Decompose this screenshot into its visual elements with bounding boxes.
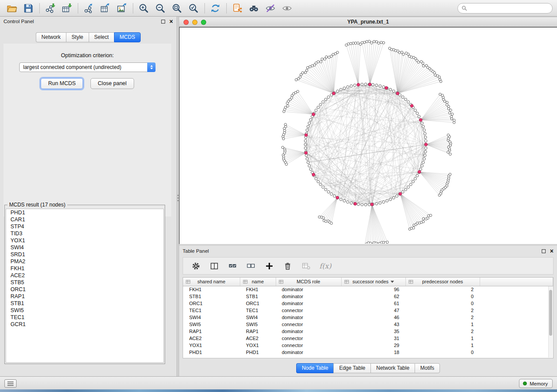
table-row[interactable]: TEC1TEC1connector472 <box>183 307 553 314</box>
result-node[interactable]: STP4 <box>6 223 163 230</box>
result-node[interactable]: SRD1 <box>6 251 163 258</box>
close-panel-button[interactable]: Close panel <box>90 78 134 89</box>
table-scrollbar[interactable] <box>548 286 553 358</box>
column-header-successor-nodes[interactable]: successor nodes <box>341 278 405 286</box>
import-network-icon[interactable] <box>44 2 57 14</box>
zoom-selected-icon[interactable] <box>187 2 200 14</box>
hide-columns-icon[interactable] <box>299 260 312 272</box>
result-node[interactable]: GCR1 <box>6 321 163 328</box>
mcds-button-row: Run MCDS Close panel <box>3 78 171 89</box>
tab-style[interactable]: Style <box>66 32 89 42</box>
maximize-window-icon[interactable] <box>201 20 206 25</box>
result-node[interactable]: ORC1 <box>6 286 163 293</box>
table-scrollbar-thumb[interactable] <box>549 290 552 336</box>
table-cell: 2 <box>405 314 480 321</box>
zoom-fit-icon[interactable] <box>170 2 183 14</box>
table-row[interactable]: RAP1RAP1dominator352 <box>183 328 553 335</box>
node-table-wrap: shared namenameMCDS rolesuccessor nodesp… <box>183 277 554 358</box>
function-builder-icon[interactable]: f(x) <box>319 262 331 270</box>
close-window-icon[interactable] <box>183 20 189 25</box>
search-network-icon[interactable] <box>247 2 260 14</box>
tab-network-table[interactable]: Network Table <box>370 363 415 373</box>
result-node[interactable]: FKH1 <box>6 265 163 272</box>
table-cell: connector <box>276 342 341 349</box>
panel-menu-button[interactable] <box>4 379 17 388</box>
deselect-all-icon[interactable] <box>244 260 257 272</box>
close-table-panel-icon[interactable]: × <box>550 248 554 254</box>
result-node[interactable]: TID3 <box>6 230 163 237</box>
tab-mcds[interactable]: MCDS <box>114 32 141 42</box>
open-icon[interactable] <box>5 2 18 14</box>
network-window-titlebar[interactable]: YPA_prune.txt_1 <box>179 17 557 27</box>
export-table-icon[interactable] <box>99 2 112 14</box>
show-hide-panels-icon[interactable] <box>280 2 294 14</box>
table-panel: Table Panel × f(x) shared namenameMCDS r… <box>179 246 557 376</box>
zoom-in-icon[interactable] <box>137 2 150 14</box>
result-node[interactable]: SWI4 <box>6 244 163 251</box>
split-columns-icon[interactable] <box>208 260 221 272</box>
result-node[interactable]: ACE2 <box>6 272 163 279</box>
result-node[interactable]: STB5 <box>6 279 163 286</box>
export-network-icon[interactable] <box>82 2 95 14</box>
network-nodes[interactable] <box>281 40 455 244</box>
optimization-dropdown[interactable]: largest connected component (undirected) <box>19 62 156 72</box>
result-node[interactable]: PMA2 <box>6 258 163 265</box>
share-document-icon[interactable] <box>231 2 244 14</box>
close-panel-icon[interactable]: × <box>170 19 173 24</box>
refresh-icon[interactable] <box>209 2 222 14</box>
main-toolbar-icons <box>5 2 297 14</box>
table-cell: 2 <box>405 307 480 314</box>
table-cell: dominator <box>276 293 341 300</box>
table-row[interactable]: YOX1YOX1connector291 <box>183 342 553 349</box>
result-node[interactable]: RAP1 <box>6 293 163 300</box>
table-cell-filler <box>480 307 553 314</box>
result-node[interactable]: STB1 <box>6 300 163 307</box>
table-row[interactable]: SWI4SWI4dominator462 <box>183 314 553 321</box>
search-input[interactable] <box>470 5 548 11</box>
memory-button[interactable]: Memory <box>519 379 553 388</box>
search-field[interactable] <box>457 3 553 14</box>
export-image-icon[interactable] <box>115 2 128 14</box>
sort-indicator-icon <box>391 281 394 283</box>
run-mcds-button[interactable]: Run MCDS <box>41 78 83 89</box>
network-graph[interactable] <box>180 28 557 244</box>
splitter-grip-icon[interactable] <box>177 195 179 196</box>
add-icon[interactable] <box>263 260 276 272</box>
tab-motifs[interactable]: Motifs <box>415 363 440 373</box>
import-table-icon[interactable] <box>60 2 73 14</box>
tab-network[interactable]: Network <box>36 32 66 42</box>
table-cell: 1 <box>405 321 480 328</box>
tab-node-table[interactable]: Node Table <box>296 363 334 373</box>
save-icon[interactable] <box>22 2 35 14</box>
tab-select[interactable]: Select <box>89 32 114 42</box>
table-row[interactable]: ORC1ORC1dominator610 <box>183 300 553 307</box>
table-cell: SWI4 <box>240 314 276 321</box>
network-canvas[interactable] <box>179 27 557 244</box>
minimize-window-icon[interactable] <box>192 20 197 25</box>
zoom-out-icon[interactable] <box>154 2 167 14</box>
optimization-dropdown-value: largest connected component (undirected) <box>20 64 147 70</box>
table-row[interactable]: ACE2ACE2connector311 <box>183 335 553 342</box>
float-table-panel-icon[interactable] <box>542 249 546 253</box>
tab-edge-table[interactable]: Edge Table <box>333 363 370 373</box>
delete-icon[interactable] <box>281 260 294 272</box>
table-row[interactable]: FKH1FKH1dominator962 <box>183 286 553 293</box>
select-all-icon[interactable] <box>226 260 239 272</box>
graphics-details-icon[interactable] <box>264 2 277 14</box>
mcds-result-list[interactable]: PHD1CAR1STP4TID3YOX1SWI4SRD1PMA2FKH1ACE2… <box>6 209 164 363</box>
float-panel-icon[interactable] <box>161 20 165 24</box>
result-node[interactable]: SWI5 <box>6 307 163 314</box>
table-cell: FKH1 <box>240 286 276 293</box>
column-header-MCDS-role[interactable]: MCDS role <box>276 278 341 286</box>
result-node[interactable]: YOX1 <box>6 237 163 244</box>
column-header-shared-name[interactable]: shared name <box>183 278 240 286</box>
table-row[interactable]: STB1STB1dominator620 <box>183 293 553 300</box>
table-row[interactable]: SWI5SWI5connector431 <box>183 321 553 328</box>
result-node[interactable]: CAR1 <box>6 216 163 223</box>
result-node[interactable]: PHD1 <box>6 209 163 216</box>
gear-icon[interactable] <box>189 260 202 272</box>
table-row[interactable]: PHD1PHD1dominator180 <box>183 349 553 356</box>
column-header-predecessor-nodes[interactable]: predecessor nodes <box>405 278 480 286</box>
result-node[interactable]: TEC1 <box>6 314 163 321</box>
column-header-name[interactable]: name <box>240 278 276 286</box>
